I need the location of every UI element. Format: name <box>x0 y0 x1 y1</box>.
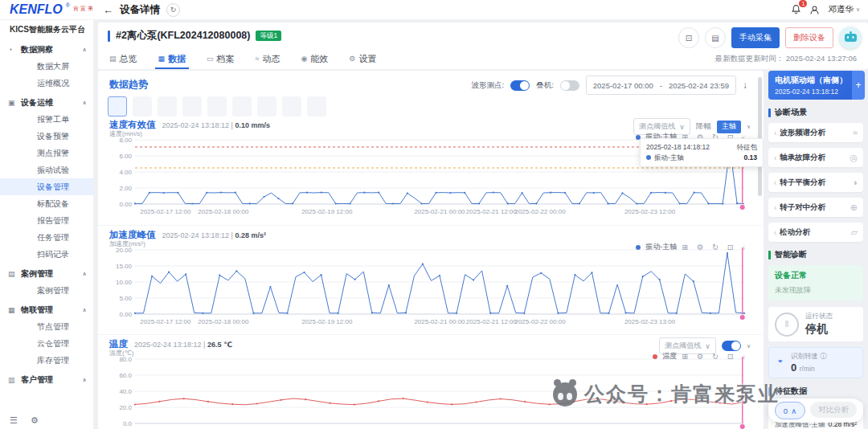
measure-point-chip[interactable] <box>108 96 127 116</box>
refresh-icon[interactable]: ↻ <box>166 3 180 17</box>
chevron-left-icon: ‹ <box>774 129 776 137</box>
tab-label: 数据 <box>168 53 186 65</box>
sidebar-item[interactable]: 任务管理 <box>0 229 93 246</box>
ai-section-header: 智能诊断 <box>768 249 863 260</box>
overlay-label: 叠机: <box>536 80 554 91</box>
device-tab[interactable]: ⚙ 设置 <box>349 48 376 69</box>
device-tab[interactable]: ≈ 动态 <box>256 48 280 69</box>
diagnosis-label: 松动分析 <box>780 227 850 238</box>
download-icon[interactable]: ↓ <box>743 80 747 91</box>
chart3-toggle[interactable] <box>722 341 741 351</box>
diagnosis-item[interactable]: ‹ 轴承故障分析 ◎ <box>768 148 863 167</box>
sidebar-item[interactable]: 云仓管理 <box>0 335 93 352</box>
sidebar-item[interactable]: ▦ 物联管理 ∧ <box>0 301 93 318</box>
measure-point-chip[interactable] <box>207 96 227 116</box>
measure-point-chip[interactable] <box>133 96 152 116</box>
date-separator: - <box>660 81 662 90</box>
sidebar-item[interactable]: 报警工单 <box>0 111 93 128</box>
section-accent-bar <box>768 387 771 396</box>
measure-point-chip[interactable] <box>182 96 202 116</box>
sidebar-item[interactable]: 扫码记录 <box>0 246 93 263</box>
manual-collect-button[interactable]: 手动采集 <box>731 27 780 48</box>
legend-label[interactable]: 温度 <box>662 351 677 362</box>
device-tab[interactable]: ◉ 能效 <box>301 48 329 69</box>
chart-section-acceleration: 加速度峰值 2025-02-24 13:18:12 | 0.28 m/s² 振动… <box>98 225 764 335</box>
compare-analysis-button[interactable]: 对比分析 <box>810 402 857 418</box>
sidebar-item-icon: ▤ <box>8 270 17 278</box>
measure-point-chip[interactable] <box>257 96 276 116</box>
amplitude-tag[interactable]: 降幅 <box>696 121 711 132</box>
sidebar-item[interactable]: 标配设备 <box>0 195 93 212</box>
back-arrow-icon[interactable]: ← <box>103 4 113 16</box>
report-icon[interactable]: ▤ <box>705 27 726 48</box>
measure-point-chip[interactable] <box>307 96 326 116</box>
collapse-caret-icon: ∧ <box>82 307 87 313</box>
ai-assistant-robot-icon[interactable] <box>839 27 862 49</box>
sidebar-item[interactable]: ▥ 客户管理 ∧ <box>0 371 93 388</box>
device-tab[interactable]: ▦ 数据 <box>158 48 186 69</box>
diagnosis-item[interactable]: ‹ 波形频谱分析 ≈ <box>768 123 863 142</box>
diagnosis-item[interactable]: ‹ 转子平衡分析 ◑ <box>768 173 863 192</box>
svg-text:5.00: 5.00 <box>119 295 132 302</box>
sidebar-item[interactable]: 设备预警 <box>0 128 93 145</box>
device-tab[interactable]: ▭ 档案 <box>207 48 235 69</box>
diagnosis-item[interactable]: ‹ 转子对中分析 ⊕ <box>768 198 863 217</box>
measure-point-chip[interactable] <box>232 96 252 116</box>
sidebar-item[interactable]: ◔ 数据洞察 ∧ <box>0 41 93 58</box>
sidebar-item[interactable]: 节点管理 <box>0 318 93 335</box>
user-icon[interactable] <box>809 5 820 15</box>
date-end: 2025-02-24 23:59 <box>669 81 729 90</box>
share-icon[interactable]: ⊡ <box>678 27 699 48</box>
waveform-point-label: 波形测点: <box>472 80 505 91</box>
sidebar-item[interactable]: 振动试验 <box>0 161 93 178</box>
page-nav: ← 设备详情 ↻ <box>103 0 180 19</box>
sidebar-item[interactable]: 案例管理 <box>0 282 93 299</box>
sidebar-item[interactable]: 设备管理 <box>0 178 93 195</box>
sidebar-item[interactable]: 运维概况 <box>0 75 93 92</box>
pause-icon: ‖ <box>775 313 799 337</box>
tab-icon: ▦ <box>158 55 166 63</box>
chart2-plot[interactable]: 20.0015.0010.005.000.002025-02-17 12:002… <box>106 245 754 335</box>
sidebar-item[interactable]: 库存管理 <box>0 352 93 369</box>
svg-text:2.00: 2.00 <box>119 185 132 192</box>
tab-label: 设置 <box>358 53 376 65</box>
legend-label[interactable]: 振动-主轴 <box>645 242 677 252</box>
overlay-toggle[interactable] <box>560 80 579 91</box>
delete-device-button[interactable]: 删除设备 <box>785 27 833 48</box>
sidebar-item[interactable]: 数据大屏 <box>0 58 93 75</box>
svg-text:8.00: 8.00 <box>119 137 132 144</box>
chart2-legend: 振动-主轴 ⊞ ⚙ ↻ ⊡ ↓ <box>636 242 749 252</box>
waveform-point-toggle[interactable] <box>510 80 530 91</box>
chart3-plot[interactable]: 80.060.040.020.00.02025-02-17 12:002025-… <box>106 354 754 429</box>
info-icon[interactable]: ⓘ <box>820 352 827 360</box>
svg-text:2025-02-18 00:00: 2025-02-18 00:00 <box>198 208 249 215</box>
panel-scrollbar[interactable] <box>758 77 762 196</box>
sidebar-item[interactable]: ▣ 设备运维 ∧ <box>0 94 93 111</box>
tooltip-value: 0.13 <box>743 153 757 163</box>
sidebar-item[interactable]: 报告管理 <box>0 212 93 229</box>
chevron-down-icon[interactable]: ∨ <box>747 343 751 349</box>
add-point-button[interactable]: + <box>852 71 865 100</box>
settings-gear-icon[interactable]: ⚙ <box>31 415 39 426</box>
diagnosis-icon: ◎ <box>850 153 858 163</box>
sidebar-item[interactable]: 测点报警 <box>0 145 93 161</box>
diagnosis-item[interactable]: ‹ 松动分析 ▱ <box>768 223 863 242</box>
selection-count-button[interactable]: 0∧ <box>775 402 805 419</box>
diagnosis-icon: ▱ <box>851 227 858 238</box>
date-range-picker[interactable]: 2025-02-17 00:00 - 2025-02-24 23:59 <box>586 76 736 95</box>
collapse-caret-icon: ∧ <box>82 47 87 53</box>
chart-toolbox-icons[interactable]: ⊞ ⚙ ↻ ⊡ ↓ <box>682 243 749 251</box>
chart-toolbox-icons[interactable]: ⊞ ⚙ ↻ ⊡ ↓ <box>682 352 749 361</box>
menu-collapse-icon[interactable]: ☰ <box>10 415 18 426</box>
sidebar-item-label: 设备预警 <box>37 131 69 142</box>
measure-point-chip[interactable] <box>282 96 301 116</box>
user-menu[interactable]: 邓遵华 ∨ <box>828 4 860 15</box>
sidebar-item[interactable]: ▤ 案例管理 ∧ <box>0 265 93 282</box>
notification-bell-icon[interactable]: 1 <box>791 4 801 16</box>
selected-point-card[interactable]: 电机驱动端（南侧） 2025-02-24 13:18:12 + <box>768 71 863 100</box>
diagnosis-label: 轴承故障分析 <box>780 153 850 163</box>
chevron-down-icon[interactable]: ∨ <box>747 124 751 130</box>
device-tab[interactable]: ▤ 总览 <box>109 48 137 69</box>
measure-point-chip[interactable] <box>158 96 177 116</box>
sidebar-item-icon: ▥ <box>8 376 17 384</box>
